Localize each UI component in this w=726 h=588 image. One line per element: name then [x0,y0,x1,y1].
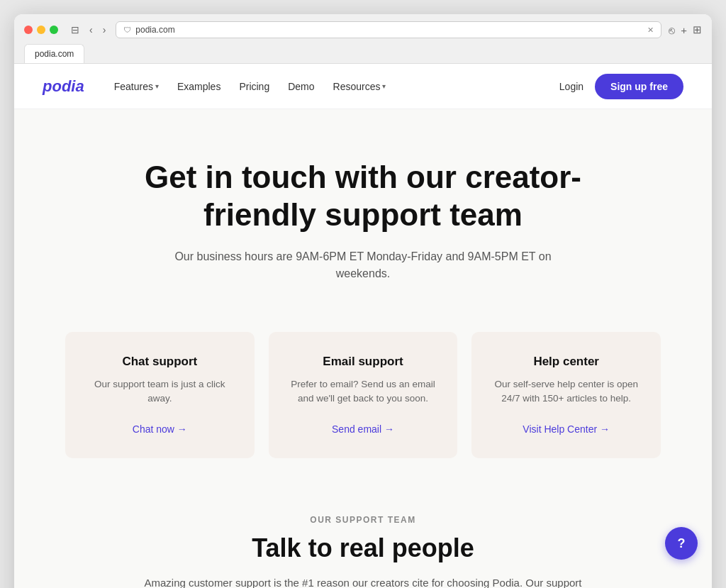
features-chevron-icon: ▾ [155,82,159,90]
browser-tabs: podia.com [24,44,702,63]
visit-help-center-link[interactable]: Visit Help Center → [523,423,610,435]
chat-support-card: Chat support Our support team is just a … [65,332,255,458]
support-team-section: OUR SUPPORT TEAM Talk to real people Ama… [14,494,712,588]
forward-button[interactable]: › [100,23,109,37]
send-email-link[interactable]: Send email → [332,423,394,435]
maximize-button[interactable] [50,26,58,34]
help-center-desc: Our self-serve help center is open 24/7 … [491,377,641,409]
nav-demo[interactable]: Demo [281,77,321,96]
help-center-title: Help center [491,355,641,369]
chat-support-desc: Our support team is just a click away. [85,377,235,409]
signup-button[interactable]: Sign up free [595,74,683,99]
support-cards: Chat support Our support team is just a … [23,318,703,494]
chrome-right-controls: ⎋ + ⊞ [669,23,702,36]
nav-links: Features ▾ Examples Pricing Demo Resourc… [107,77,559,96]
url-text: podia.com [135,25,174,35]
email-support-title: Email support [289,355,438,369]
address-bar-row: 🛡 podia.com ✕ [116,21,661,38]
browser-window: ⊟ ‹ › 🛡 podia.com ✕ ⎋ + ⊞ podia.com [14,14,712,588]
help-center-card: Help center Our self-serve help center i… [471,332,661,458]
hero-subtitle: Our business hours are 9AM-6PM ET Monday… [164,248,562,282]
chat-support-title: Chat support [85,355,235,369]
section-title: Talk to real people [43,533,683,563]
nav-examples[interactable]: Examples [170,77,228,96]
back-button[interactable]: ‹ [86,23,96,37]
chat-now-link[interactable]: Chat now → [133,423,187,435]
browser-chrome: ⊟ ‹ › 🛡 podia.com ✕ ⎋ + ⊞ podia.com [14,14,712,64]
section-tag: OUR SUPPORT TEAM [43,515,683,525]
nav-pricing[interactable]: Pricing [232,77,277,96]
hero-title: Get in touch with our creator-friendly s… [129,159,597,234]
nav-right: Login Sign up free [559,74,683,99]
email-support-card: Email support Prefer to email? Send us a… [269,332,458,458]
nav-resources[interactable]: Resources ▾ [326,77,393,96]
help-button[interactable]: ? [665,527,698,560]
traffic-lights [24,26,58,34]
grid-icon[interactable]: ⊞ [693,23,702,36]
login-button[interactable]: Login [559,81,583,92]
minimize-button[interactable] [37,26,45,34]
resources-chevron-icon: ▾ [382,82,386,90]
page-content: podia Features ▾ Examples Pricing Demo R… [14,64,712,588]
navbar: podia Features ▾ Examples Pricing Demo R… [14,64,712,109]
address-bar[interactable]: 🛡 podia.com ✕ [116,21,661,38]
close-button[interactable] [24,26,33,34]
new-tab-icon[interactable]: + [681,24,687,36]
active-tab[interactable]: podia.com [24,44,84,63]
browser-nav-controls: ⊟ ‹ › [68,23,108,37]
window-layout-icon[interactable]: ⊟ [68,23,82,37]
share-icon[interactable]: ⎋ [669,24,675,36]
email-support-desc: Prefer to email? Send us an email and we… [289,377,438,409]
logo[interactable]: podia [43,77,84,96]
security-icon: 🛡 [123,26,131,34]
hero-section: Get in touch with our creator-friendly s… [14,109,712,318]
nav-features[interactable]: Features ▾ [107,77,166,96]
section-desc: Amazing customer support is the #1 reaso… [143,575,583,588]
clear-url-icon[interactable]: ✕ [647,26,654,35]
